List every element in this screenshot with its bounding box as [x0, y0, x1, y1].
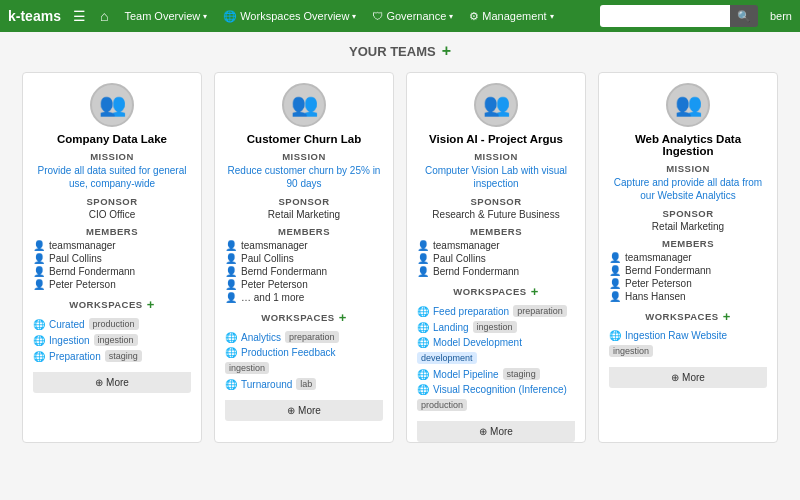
team-name: Customer Churn Lab	[225, 133, 383, 145]
add-workspace-button[interactable]: +	[531, 284, 539, 299]
nav-workspaces-overview[interactable]: 🌐 Workspaces Overview ▾	[217, 0, 362, 32]
more-label: More	[106, 377, 129, 388]
globe-icon: 🌐	[417, 322, 429, 333]
workspaces-label: WORKSPACES	[69, 299, 142, 310]
avatar: 👥	[474, 83, 518, 127]
mission-label: MISSION	[33, 151, 191, 162]
workspace-link[interactable]: Analytics	[241, 332, 281, 343]
member-name: teamsmanager	[241, 240, 308, 251]
search-input[interactable]	[600, 5, 730, 27]
sponsor-text: Retail Marketing	[609, 221, 767, 232]
workspace-link[interactable]: Visual Recognition (Inference)	[433, 384, 567, 395]
list-item: 👤Bernd Fondermann	[33, 266, 191, 277]
workspace-link[interactable]: Preparation	[49, 351, 101, 362]
nav-workspaces-label: Workspaces Overview	[240, 10, 349, 22]
expand-icon: ⊕	[479, 426, 487, 437]
globe-icon: 🌐	[225, 379, 237, 390]
globe-icon: 🌐	[417, 369, 429, 380]
mission-text: Reduce customer churn by 25% in 90 days	[225, 164, 383, 190]
avatar: 👥	[90, 83, 134, 127]
more-button[interactable]: ⊕More	[33, 372, 191, 393]
more-label: More	[682, 372, 705, 383]
teams-grid: 👥Company Data LakeMISSIONProvide all dat…	[20, 72, 780, 443]
more-label: More	[490, 426, 513, 437]
sponsor-label: SPONSOR	[225, 196, 383, 207]
workspace-link[interactable]: Ingestion	[49, 335, 90, 346]
team-card-0: 👥Company Data LakeMISSIONProvide all dat…	[22, 72, 202, 443]
workspaces-header: WORKSPACES+	[609, 309, 767, 324]
chevron-down-icon: ▾	[352, 12, 356, 21]
more-button[interactable]: ⊕More	[225, 400, 383, 421]
team-card-3: 👥Web Analytics Data IngestionMISSIONCapt…	[598, 72, 778, 443]
list-item: 🌐Model Pipelinestaging	[417, 368, 575, 380]
globe-icon: 🌐	[417, 306, 429, 317]
add-workspace-button[interactable]: +	[147, 297, 155, 312]
workspace-link[interactable]: Model Development	[433, 337, 522, 348]
member-name: … and 1 more	[241, 292, 304, 303]
workspace-link[interactable]: Model Pipeline	[433, 369, 499, 380]
member-name: Peter Peterson	[49, 279, 116, 290]
list-item: 👤Bernd Fondermann	[417, 266, 575, 277]
workspace-link[interactable]: Turnaround	[241, 379, 292, 390]
workspace-link[interactable]: Production Feedback	[241, 347, 336, 358]
your-teams-label: YOUR TEAMS	[349, 44, 436, 59]
list-item: 🌐Curatedproduction	[33, 318, 191, 330]
list-item: 👤Hans Hansen	[609, 291, 767, 302]
nav-team-overview[interactable]: Team Overview ▾	[118, 0, 213, 32]
home-icon[interactable]: ⌂	[100, 8, 108, 24]
sponsor-text: Retail Marketing	[225, 209, 383, 220]
team-name: Vision AI - Project Argus	[417, 133, 575, 145]
globe-icon: 🌐	[33, 351, 45, 362]
globe-icon: 🌐	[33, 335, 45, 346]
workspace-link[interactable]: Landing	[433, 322, 469, 333]
workspace-link[interactable]: Feed preparation	[433, 306, 509, 317]
member-name: Peter Peterson	[241, 279, 308, 290]
member-name: Bernd Fondermann	[241, 266, 327, 277]
team-card-2: 👥Vision AI - Project ArgusMISSIONCompute…	[406, 72, 586, 443]
list-item: 👤Paul Collins	[417, 253, 575, 264]
menu-icon[interactable]: ☰	[73, 8, 86, 24]
workspace-tag: production	[89, 318, 139, 330]
mission-label: MISSION	[225, 151, 383, 162]
add-workspace-button[interactable]: +	[723, 309, 731, 324]
sponsor-text: Research & Future Business	[417, 209, 575, 220]
list-item: 🌐Ingestioningestion	[33, 334, 191, 346]
globe-icon: 🌐	[33, 319, 45, 330]
person-icon: 👤	[33, 266, 45, 277]
mission-label: MISSION	[609, 163, 767, 174]
person-icon: 👤	[417, 266, 429, 277]
avatar: 👥	[666, 83, 710, 127]
nav-governance[interactable]: 🛡 Governance ▾	[366, 0, 459, 32]
member-name: teamsmanager	[433, 240, 500, 251]
chevron-down-icon: ▾	[449, 12, 453, 21]
add-team-button[interactable]: +	[442, 42, 451, 60]
person-icon: 👤	[417, 253, 429, 264]
person-icon: 👤	[33, 279, 45, 290]
workspace-link[interactable]: Ingestion Raw Website	[625, 330, 727, 341]
person-icon: 👤	[609, 265, 621, 276]
sponsor-label: SPONSOR	[417, 196, 575, 207]
list-item: 🌐Turnaroundlab	[225, 378, 383, 390]
member-name: teamsmanager	[625, 252, 692, 263]
workspace-link[interactable]: Curated	[49, 319, 85, 330]
nav-governance-label: Governance	[386, 10, 446, 22]
sponsor-label: SPONSOR	[33, 196, 191, 207]
list-item: 🌐Analyticspreparation	[225, 331, 383, 343]
user-menu[interactable]: bern	[770, 10, 792, 22]
more-button[interactable]: ⊕More	[417, 421, 575, 442]
nav-management[interactable]: ⚙ Management ▾	[463, 0, 559, 32]
nav-gear-icon: ⚙	[469, 10, 479, 23]
nav-team-overview-label: Team Overview	[124, 10, 200, 22]
members-label: MEMBERS	[33, 226, 191, 237]
team-icon: 👥	[483, 92, 510, 118]
sponsor-text: CIO Office	[33, 209, 191, 220]
globe-icon: 🌐	[225, 347, 237, 358]
list-item: 👤Paul Collins	[33, 253, 191, 264]
more-button[interactable]: ⊕More	[609, 367, 767, 388]
member-name: Bernd Fondermann	[625, 265, 711, 276]
add-workspace-button[interactable]: +	[339, 310, 347, 325]
mission-label: MISSION	[417, 151, 575, 162]
search-button[interactable]: 🔍	[730, 5, 758, 27]
member-name: Peter Peterson	[625, 278, 692, 289]
workspace-tag: preparation	[285, 331, 339, 343]
